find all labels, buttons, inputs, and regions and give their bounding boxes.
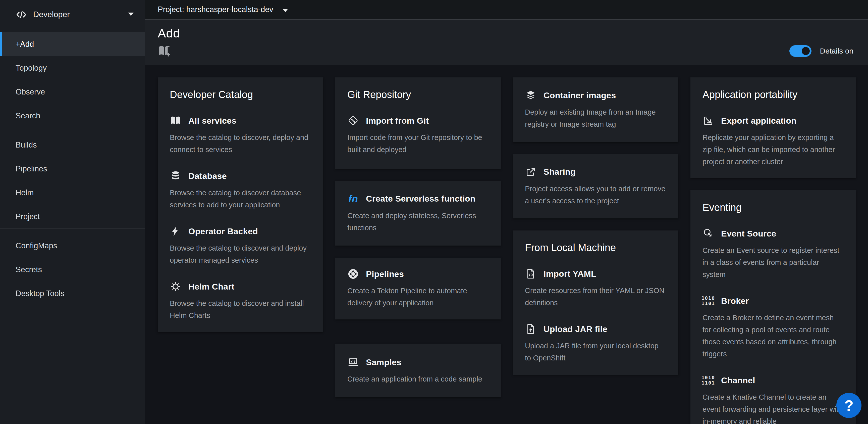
- sidebar: Developer +Add Topology Observe Search B…: [0, 0, 145, 424]
- pipelines-icon: [347, 268, 359, 280]
- sidebar-item-builds[interactable]: Builds: [0, 133, 145, 157]
- item-description: Import code from your Git repository to …: [347, 132, 489, 156]
- project-bar: Project: harshcasper-localsta-dev: [145, 0, 868, 20]
- sidebar-item-secrets[interactable]: Secrets: [0, 258, 145, 282]
- item-description: Create a Tekton Pipeline to automate del…: [347, 285, 489, 309]
- item-title: Sharing: [544, 167, 576, 177]
- item-description: Create an Event source to register inter…: [703, 244, 844, 281]
- item-description: Create a Broker to define an event mesh …: [703, 312, 844, 360]
- sidebar-item-pipelines[interactable]: Pipelines: [0, 157, 145, 181]
- sidebar-item-helm[interactable]: Helm: [0, 181, 145, 205]
- sidebar-item-search[interactable]: Search: [0, 104, 145, 128]
- item-title: Operator Backed: [188, 226, 258, 236]
- item-sharing[interactable]: Sharing Project access allows you to add…: [525, 166, 666, 207]
- main-area: Project: harshcasper-localsta-dev Add De…: [145, 0, 868, 424]
- item-description: Deploy an existing Image from an Image r…: [525, 106, 666, 130]
- item-event-source[interactable]: Event Source Create an Event source to r…: [703, 228, 844, 281]
- item-create-serverless-function[interactable]: fn Create Serverless function Create and…: [347, 193, 489, 234]
- git-icon: [347, 115, 359, 126]
- sidebar-item-observe[interactable]: Observe: [0, 80, 145, 104]
- broker-icon: 10101101: [703, 295, 714, 307]
- code-icon: [16, 9, 27, 20]
- item-title: Database: [188, 171, 227, 181]
- item-operator-backed[interactable]: Operator Backed Browse the catalog to di…: [170, 225, 311, 266]
- card-developer-catalog: Developer Catalog All services Browse th…: [158, 77, 323, 332]
- item-import-from-git[interactable]: Import from Git Import code from your Gi…: [347, 115, 489, 156]
- sidebar-item-configmaps[interactable]: ConfigMaps: [0, 234, 145, 258]
- card-title: Git Repository: [347, 89, 489, 100]
- item-title: Broker: [721, 296, 749, 306]
- sidebar-item-desktop-tools[interactable]: Desktop Tools: [0, 282, 145, 305]
- sidebar-nav: +Add Topology Observe Search Builds Pipe…: [0, 29, 145, 305]
- sidebar-item-add[interactable]: +Add: [0, 32, 145, 56]
- item-title: Create Serverless function: [366, 194, 475, 204]
- add-page-content: Developer Catalog All services Browse th…: [145, 65, 868, 424]
- perspective-label: Developer: [33, 10, 70, 19]
- item-container-images[interactable]: Container images Deploy an existing Imag…: [525, 89, 666, 130]
- item-description: Project access allows you to add or remo…: [525, 183, 666, 207]
- item-title: Samples: [366, 358, 401, 367]
- app-root: Developer +Add Topology Observe Search B…: [0, 0, 868, 424]
- item-helm-chart[interactable]: Helm Chart Browse the catalog to discove…: [170, 281, 311, 321]
- switch-knob: [802, 47, 810, 55]
- item-export-application[interactable]: Export application Replicate your applic…: [703, 115, 844, 168]
- samples-icon: [347, 357, 359, 368]
- project-label: Project: harshcasper-localsta-dev: [158, 5, 273, 14]
- item-description: Upload a JAR file from your local deskto…: [525, 340, 666, 364]
- card-from-local-machine: From Local Machine Import YAML Create re…: [513, 230, 678, 375]
- catalog-column-2: Git Repository Import from Git Import co…: [335, 77, 501, 397]
- details-switch[interactable]: [789, 45, 811, 57]
- perspective-switcher[interactable]: Developer: [0, 0, 145, 29]
- sidebar-item-topology[interactable]: Topology: [0, 56, 145, 80]
- page-header: Add Details on: [145, 20, 868, 65]
- upload-jar-icon: [525, 323, 536, 335]
- database-icon: [170, 170, 181, 182]
- event-source-icon: [703, 228, 714, 239]
- card-eventing: Eventing Event Source Create an Event so…: [690, 190, 856, 424]
- item-title: Channel: [721, 375, 755, 385]
- book-icon: [170, 115, 181, 126]
- item-all-services[interactable]: All services Browse the catalog to disco…: [170, 115, 311, 156]
- item-title: Container images: [544, 90, 616, 100]
- item-description: Replicate your application by exporting …: [703, 132, 844, 168]
- item-title: All services: [188, 116, 236, 126]
- nav-group-main: +Add Topology Observe Search: [0, 32, 145, 128]
- item-description: Browse the catalog to discover and insta…: [170, 297, 311, 321]
- function-icon: fn: [347, 193, 359, 205]
- page-header-row: Details on: [158, 44, 856, 58]
- details-toggle-group: Details on: [789, 45, 856, 57]
- item-channel[interactable]: 10101101 Channel Create a Knative Channe…: [703, 374, 844, 424]
- item-title: Export application: [721, 116, 797, 126]
- item-import-yaml[interactable]: Import YAML Create resources from their …: [525, 268, 666, 309]
- catalog-column-4: Application portability Export applicati…: [690, 77, 856, 424]
- export-icon: [703, 115, 714, 126]
- import-yaml-icon: [525, 268, 536, 280]
- item-database[interactable]: Database Browse the catalog to discover …: [170, 170, 311, 211]
- chevron-down-icon: [283, 5, 288, 14]
- item-description: Create resources from their YAML or JSON…: [525, 284, 666, 309]
- item-pipelines[interactable]: Pipelines Create a Tekton Pipeline to au…: [347, 268, 489, 309]
- item-title: Pipelines: [366, 269, 404, 279]
- item-description: Create a Knative Channel to create an ev…: [703, 391, 844, 424]
- card-title: Eventing: [703, 202, 844, 213]
- container-images-icon: [525, 89, 536, 101]
- helm-icon: [170, 281, 181, 292]
- item-samples[interactable]: Samples Create an application from a cod…: [347, 357, 489, 385]
- book-plus-icon[interactable]: [158, 44, 171, 58]
- card-container-images: Container images Deploy an existing Imag…: [513, 77, 678, 142]
- nav-group-resources: Builds Pipelines Helm Project: [0, 128, 145, 228]
- channel-icon: 10101101: [703, 374, 714, 386]
- help-button[interactable]: ?: [836, 393, 862, 418]
- item-description: Create and deploy stateless, Serverless …: [347, 209, 489, 234]
- item-description: Browse the catalog to discover, deploy a…: [170, 132, 311, 156]
- catalog-column-1: Developer Catalog All services Browse th…: [158, 77, 323, 332]
- project-selector[interactable]: Project: harshcasper-localsta-dev: [158, 5, 288, 14]
- item-broker[interactable]: 10101101 Broker Create a Broker to defin…: [703, 295, 844, 360]
- sidebar-item-project[interactable]: Project: [0, 205, 145, 228]
- card-serverless-function: fn Create Serverless function Create and…: [335, 181, 501, 246]
- item-upload-jar-file[interactable]: Upload JAR file Upload a JAR file from y…: [525, 323, 666, 364]
- page-title: Add: [158, 26, 856, 40]
- nav-group-config: ConfigMaps Secrets Desktop Tools: [0, 228, 145, 305]
- item-description: Browse the catalog to discover database …: [170, 187, 311, 211]
- item-description: Create an application from a code sample: [347, 373, 489, 385]
